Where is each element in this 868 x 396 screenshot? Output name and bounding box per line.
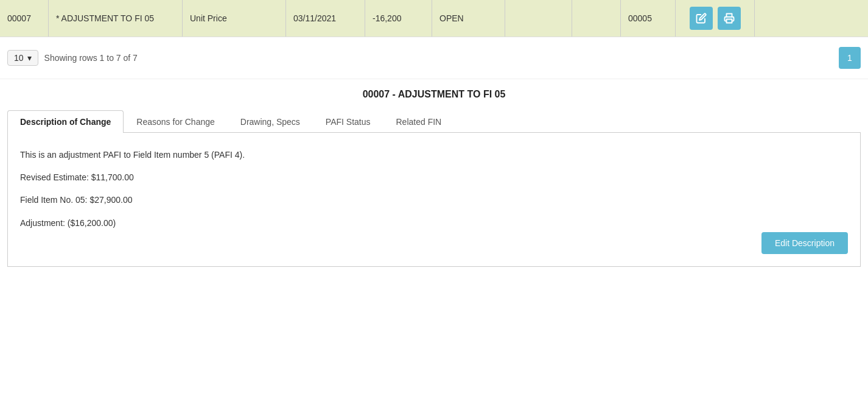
edit-row-button[interactable]	[690, 7, 713, 30]
cell-date: 03/11/2021	[286, 0, 365, 37]
print-row-button[interactable]	[718, 7, 741, 30]
tabs-container: Description of Change Reasons for Change…	[7, 110, 861, 133]
svg-rect-0	[726, 19, 732, 23]
desc-line-3: Field Item No. 05: $27,900.00	[20, 193, 848, 208]
pagination-row: 10 ▾ Showing rows 1 to 7 of 7 1	[0, 37, 868, 79]
cell-id: 00007	[0, 0, 49, 37]
desc-line-2: Revised Estimate: $11,700.00	[20, 170, 848, 185]
showing-text: Showing rows 1 to 7 of 7	[44, 53, 138, 63]
table-row: 00007 * ADJUSTMENT TO FI 05 Unit Price 0…	[0, 0, 868, 37]
tab-reasons[interactable]: Reasons for Change	[124, 110, 227, 133]
page-1-button[interactable]: 1	[839, 47, 861, 69]
detail-section: 00007 - ADJUSTMENT TO FI 05 Description …	[0, 79, 868, 267]
detail-title: 00007 - ADJUSTMENT TO FI 05	[7, 89, 861, 100]
description-text: This is an adjustment PAFI to Field Item…	[20, 147, 848, 231]
desc-line-1: This is an adjustment PAFI to Field Item…	[20, 147, 848, 163]
tab-description[interactable]: Description of Change	[7, 110, 124, 133]
cell-status: OPEN	[432, 0, 505, 37]
cell-related-fin: 00005	[621, 0, 676, 37]
desc-line-4: Adjustment: ($16,200.00)	[20, 216, 848, 231]
cell-empty2	[572, 0, 621, 37]
cell-description: * ADJUSTMENT TO FI 05	[49, 0, 183, 37]
rows-per-page-selector[interactable]: 10 ▾	[7, 50, 38, 66]
cell-type: Unit Price	[183, 0, 286, 37]
cell-amount: -16,200	[365, 0, 432, 37]
tab-pafi[interactable]: PAFI Status	[313, 110, 383, 133]
tab-related-fin[interactable]: Related FIN	[383, 110, 455, 133]
edit-description-button[interactable]: Edit Description	[761, 232, 848, 254]
pagination-left: 10 ▾ Showing rows 1 to 7 of 7	[7, 50, 138, 66]
tab-content-description: This is an adjustment PAFI to Field Item…	[7, 133, 861, 267]
cell-actions	[676, 0, 755, 37]
cell-empty1	[505, 0, 572, 37]
tab-drawing[interactable]: Drawing, Specs	[228, 110, 313, 133]
